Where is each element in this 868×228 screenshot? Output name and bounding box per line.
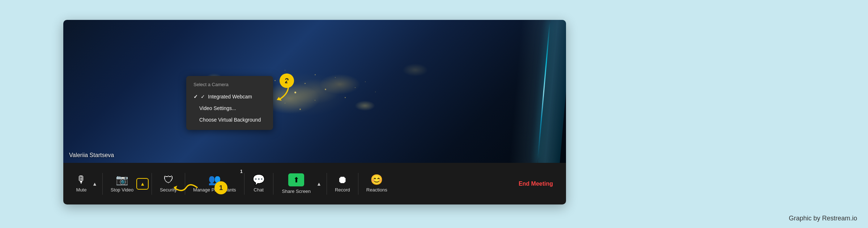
camera-dropdown[interactable]: Select a Camera ✓ Integrated Webcam Vide… (186, 76, 273, 130)
stop-video-button[interactable]: 📷 Stop Video (106, 172, 139, 195)
annotation-arrow-1 (168, 178, 204, 197)
stop-video-label: Stop Video (111, 187, 133, 193)
city-dots (63, 20, 566, 163)
chevron-up-icon: ▲ (92, 181, 97, 187)
mute-button[interactable]: 🎙 Mute (71, 172, 92, 195)
record-button[interactable]: ⏺ Record (330, 172, 355, 195)
share-screen-button[interactable]: ⬆ Share Screen (276, 170, 317, 197)
toolbar: 🎙 Mute ▲ 📷 Stop Video ▲ 1 (63, 163, 566, 204)
dropdown-item-webcam[interactable]: ✓ Integrated Webcam (186, 91, 273, 102)
share-screen-chevron-button[interactable]: ▲ (314, 180, 324, 188)
share-screen-icon-container: ⬆ (288, 173, 304, 186)
dropdown-item-label: Integrated Webcam (208, 94, 252, 100)
participants-count-badge: 1 (240, 169, 243, 174)
end-meeting-button[interactable]: End Meeting (513, 178, 559, 190)
record-label: Record (335, 187, 350, 193)
toolbar-separator-1 (102, 173, 103, 195)
video-camera-icon: 📷 (116, 175, 128, 185)
dropdown-item-label: Video Settings... (199, 105, 236, 111)
zoom-window: Valeriia Startseva Select a Camera ✓ Int… (63, 20, 566, 204)
user-name-label: Valeriia Startseva (69, 152, 114, 159)
chat-label: Chat (254, 187, 263, 193)
toolbar-separator-6 (327, 173, 327, 195)
toolbar-separator-4 (244, 173, 244, 195)
reactions-label: Reactions (366, 187, 387, 193)
chat-icon: 💬 (252, 175, 265, 185)
toolbar-separator-7 (358, 173, 358, 195)
microphone-icon: 🎙 (76, 175, 86, 185)
share-screen-icon: ⬆ (293, 176, 299, 184)
toolbar-separator-2 (152, 173, 152, 195)
watermark-text: Graphic by Restream.io (789, 215, 857, 222)
dropdown-title: Select a Camera (186, 80, 273, 91)
mute-label: Mute (76, 187, 87, 193)
share-screen-label: Share Screen (282, 189, 311, 194)
record-icon: ⏺ (337, 175, 348, 185)
dropdown-item-virtual-bg[interactable]: Choose Virtual Background (186, 114, 273, 126)
annotation-arrow-2 (266, 77, 295, 102)
annotation-badge-1: 1 (214, 181, 227, 194)
stop-video-group: 📷 Stop Video ▲ (106, 172, 149, 195)
end-meeting-label: End Meeting (519, 181, 553, 187)
reactions-button[interactable]: 😊 Reactions (361, 172, 392, 195)
dropdown-item-label: Choose Virtual Background (199, 117, 261, 123)
chat-button[interactable]: 💬 Chat (247, 172, 270, 195)
chevron-up-icon: ▲ (316, 181, 322, 187)
toolbar-separator-5 (273, 173, 273, 195)
video-area: Valeriia Startseva Select a Camera ✓ Int… (63, 20, 566, 163)
reactions-icon: 😊 (370, 175, 383, 185)
checkmark-icon: ✓ (201, 94, 205, 100)
dropdown-item-video-settings[interactable]: Video Settings... (186, 102, 273, 114)
chevron-up-icon: ▲ (140, 181, 145, 187)
mute-group: 🎙 Mute ▲ (71, 172, 99, 195)
